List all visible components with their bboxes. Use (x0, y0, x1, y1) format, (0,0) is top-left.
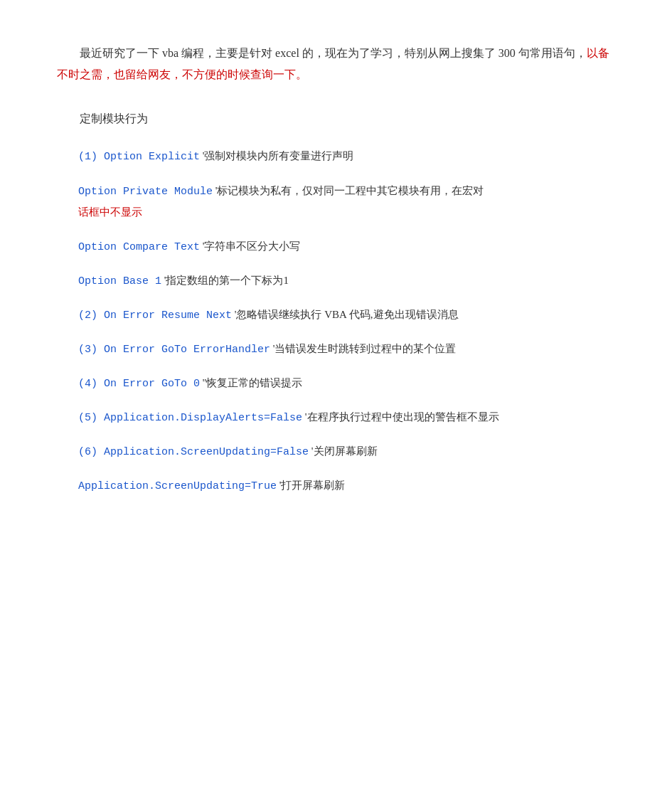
intro-paragraph: 最近研究了一下 vba 编程，主要是针对 excel 的，现在为了学习，特别从网… (57, 43, 615, 86)
comment-2: '忽略错误继续执行 VBA 代码,避免出现错误消息 (235, 309, 459, 320)
comment-screen-true: '打开屏幕刷新 (279, 480, 346, 491)
code-text-2: (2) On Error Resume Next (78, 309, 232, 322)
code-item-screen-true: Application.ScreenUpdating=True '打开屏幕刷新 (57, 476, 615, 496)
comment-3: '当错误发生时跳转到过程中的某个位置 (273, 343, 457, 354)
code-item-4: (4) On Error GoTo 0 ''恢复正常的错误提示 (57, 374, 615, 393)
comment-4: ''恢复正常的错误提示 (203, 377, 302, 388)
code-text-3: (3) On Error GoTo ErrorHandler (78, 344, 270, 356)
code-text-private: Option Private Module (78, 186, 213, 198)
code-item-6: (6) Application.ScreenUpdating=False '关闭… (57, 442, 615, 462)
comment-5: '在程序执行过程中使出现的警告框不显示 (305, 411, 499, 423)
code-item-1: (1) Option Explicit '强制对模块内所有变量进行声明 (57, 147, 615, 166)
code-text-5: (5) Application.DisplayAlerts=False (78, 412, 302, 424)
code-text-screen-true: Application.ScreenUpdating=True (78, 480, 277, 492)
code-text-6: (6) Application.ScreenUpdating=False (78, 446, 309, 458)
comment-private-2: 话框中不显示 (78, 206, 142, 218)
comment-private-1: '标记模块为私有，仅对同一工程中其它模块有用，在宏对 (215, 185, 484, 196)
code-item-base: Option Base 1 '指定数组的第一个下标为1 (57, 271, 615, 291)
code-item-3: (3) On Error GoTo ErrorHandler '当错误发生时跳转… (57, 339, 615, 359)
comment-1: '强制对模块内所有变量进行声明 (203, 150, 354, 162)
code-item-compare: Option Compare Text '字符串不区分大小写 (57, 237, 615, 257)
comment-6: '关闭屏幕刷新 (311, 445, 378, 457)
code-item-5: (5) Application.DisplayAlerts=False '在程序… (57, 408, 615, 428)
code-item-private: Option Private Module '标记模块为私有，仅对同一工程中其它… (57, 181, 615, 223)
code-text-compare: Option Compare Text (78, 241, 200, 253)
code-item-2: (2) On Error Resume Next '忽略错误继续执行 VBA 代… (57, 305, 615, 325)
code-text-1: (1) Option Explicit (78, 151, 200, 163)
intro-highlight: 以备不时之需，也留给网友，不方便的时候查询一下。 (57, 47, 609, 80)
comment-base: '指定数组的第一个下标为1 (164, 275, 289, 286)
comment-compare: '字符串不区分大小写 (203, 240, 301, 252)
section-title: 定制模块行为 (80, 109, 615, 129)
code-text-base: Option Base 1 (78, 275, 161, 287)
code-text-4: (4) On Error GoTo 0 (78, 378, 200, 390)
